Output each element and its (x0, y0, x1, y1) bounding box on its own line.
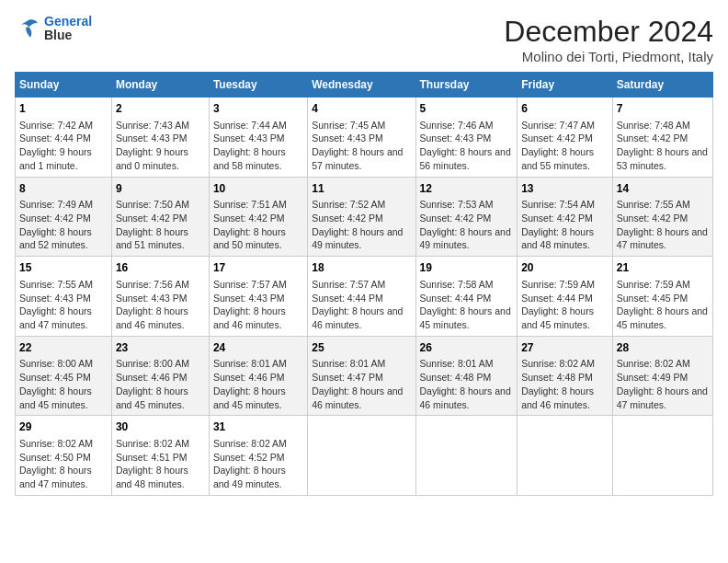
day-number: 25 (312, 340, 411, 356)
day-number: 2 (116, 101, 205, 117)
sunrise-text: Sunrise: 7:42 AM (19, 120, 93, 131)
sunset-text: Sunset: 4:46 PM (116, 372, 188, 383)
table-cell: 12Sunrise: 7:53 AMSunset: 4:42 PMDayligh… (415, 177, 518, 257)
sunset-text: Sunset: 4:48 PM (521, 372, 593, 383)
sunset-text: Sunset: 4:49 PM (617, 372, 688, 383)
week-row-3: 15Sunrise: 7:55 AMSunset: 4:43 PMDayligh… (16, 257, 713, 337)
sunrise-text: Sunrise: 7:53 AM (420, 199, 494, 210)
sunrise-text: Sunrise: 7:49 AM (19, 199, 93, 210)
sunrise-text: Sunrise: 7:43 AM (116, 120, 189, 131)
sunset-text: Sunset: 4:43 PM (213, 132, 285, 144)
title-block: December 2024 Molino dei Torti, Piedmont… (504, 15, 713, 64)
table-cell: 30Sunrise: 8:02 AMSunset: 4:51 PMDayligh… (111, 416, 209, 496)
sunrise-text: Sunrise: 8:00 AM (19, 358, 93, 369)
daylight-text: Daylight: 8 hours and 45 minutes. (116, 385, 188, 410)
sunrise-text: Sunrise: 7:51 AM (213, 199, 287, 210)
table-cell: 29Sunrise: 8:02 AMSunset: 4:50 PMDayligh… (16, 416, 112, 496)
day-number: 9 (116, 181, 205, 197)
day-number: 6 (521, 101, 609, 117)
sunset-text: Sunset: 4:43 PM (420, 132, 492, 144)
sunrise-text: Sunrise: 8:02 AM (521, 358, 595, 369)
sunset-text: Sunset: 4:42 PM (420, 213, 492, 224)
sunrise-text: Sunrise: 7:55 AM (617, 199, 690, 210)
daylight-text: Daylight: 8 hours and 49 minutes. (420, 226, 511, 251)
sunrise-text: Sunrise: 7:57 AM (312, 279, 385, 290)
table-cell: 24Sunrise: 8:01 AMSunset: 4:46 PMDayligh… (209, 336, 307, 416)
sunrise-text: Sunrise: 7:54 AM (521, 199, 595, 210)
day-number: 4 (312, 101, 411, 117)
day-number: 14 (617, 181, 709, 197)
day-number: 16 (116, 260, 205, 276)
table-cell: 6Sunrise: 7:47 AMSunset: 4:42 PMDaylight… (518, 98, 613, 178)
table-cell: 18Sunrise: 7:57 AMSunset: 4:44 PMDayligh… (308, 257, 415, 337)
table-cell: 22Sunrise: 8:00 AMSunset: 4:45 PMDayligh… (16, 336, 112, 416)
table-cell: 1Sunrise: 7:42 AMSunset: 4:44 PMDaylight… (16, 98, 112, 178)
table-cell: 28Sunrise: 8:02 AMSunset: 4:49 PMDayligh… (612, 336, 712, 416)
week-row-2: 8Sunrise: 7:49 AMSunset: 4:42 PMDaylight… (16, 177, 713, 257)
table-cell: 17Sunrise: 7:57 AMSunset: 4:43 PMDayligh… (209, 257, 307, 337)
day-number: 27 (521, 340, 609, 356)
day-number: 5 (420, 101, 514, 117)
table-cell: 14Sunrise: 7:55 AMSunset: 4:42 PMDayligh… (612, 177, 712, 257)
header-monday: Monday (111, 73, 209, 98)
daylight-text: Daylight: 8 hours and 47 minutes. (19, 305, 92, 330)
day-number: 12 (420, 181, 514, 197)
daylight-text: Daylight: 8 hours and 47 minutes. (617, 385, 708, 410)
sunset-text: Sunset: 4:42 PM (213, 213, 285, 224)
sunrise-text: Sunrise: 7:46 AM (420, 120, 494, 131)
sunset-text: Sunset: 4:44 PM (420, 293, 492, 304)
table-cell: 13Sunrise: 7:54 AMSunset: 4:42 PMDayligh… (518, 177, 613, 257)
daylight-text: Daylight: 8 hours and 48 minutes. (116, 465, 188, 489)
day-number: 13 (521, 181, 609, 197)
sunset-text: Sunset: 4:43 PM (116, 132, 188, 144)
calendar-header-row: Sunday Monday Tuesday Wednesday Thursday… (16, 73, 713, 98)
sunset-text: Sunset: 4:43 PM (116, 293, 188, 304)
daylight-text: Daylight: 8 hours and 48 minutes. (521, 226, 594, 251)
day-number: 24 (213, 340, 303, 356)
daylight-text: Daylight: 8 hours and 46 minutes. (116, 305, 188, 330)
daylight-text: Daylight: 8 hours and 45 minutes. (617, 305, 708, 330)
header-thursday: Thursday (415, 73, 518, 98)
sunset-text: Sunset: 4:42 PM (521, 213, 593, 224)
table-cell (415, 416, 518, 496)
sunset-text: Sunset: 4:42 PM (19, 213, 91, 224)
header-saturday: Saturday (612, 73, 712, 98)
daylight-text: Daylight: 8 hours and 52 minutes. (19, 226, 92, 251)
sunset-text: Sunset: 4:44 PM (19, 132, 91, 144)
sunset-text: Sunset: 4:43 PM (19, 293, 91, 304)
sunrise-text: Sunrise: 8:01 AM (312, 358, 385, 369)
table-cell: 10Sunrise: 7:51 AMSunset: 4:42 PMDayligh… (209, 177, 307, 257)
table-cell (612, 416, 712, 496)
daylight-text: Daylight: 8 hours and 50 minutes. (213, 226, 286, 251)
table-cell: 3Sunrise: 7:44 AMSunset: 4:43 PMDaylight… (209, 98, 307, 178)
sunset-text: Sunset: 4:44 PM (521, 293, 593, 304)
daylight-text: Daylight: 8 hours and 46 minutes. (213, 305, 286, 330)
sunset-text: Sunset: 4:45 PM (19, 372, 91, 383)
table-cell: 23Sunrise: 8:00 AMSunset: 4:46 PMDayligh… (111, 336, 209, 416)
table-cell: 27Sunrise: 8:02 AMSunset: 4:48 PMDayligh… (518, 336, 613, 416)
sunset-text: Sunset: 4:47 PM (312, 372, 383, 383)
table-cell: 2Sunrise: 7:43 AMSunset: 4:43 PMDaylight… (111, 98, 209, 178)
day-number: 15 (19, 260, 108, 276)
table-cell: 25Sunrise: 8:01 AMSunset: 4:47 PMDayligh… (308, 336, 415, 416)
daylight-text: Daylight: 8 hours and 45 minutes. (521, 305, 594, 330)
daylight-text: Daylight: 8 hours and 46 minutes. (312, 385, 403, 410)
header-sunday: Sunday (16, 73, 112, 98)
header-wednesday: Wednesday (308, 73, 415, 98)
logo: General Blue (15, 15, 92, 43)
daylight-text: Daylight: 8 hours and 49 minutes. (213, 465, 286, 489)
sunrise-text: Sunrise: 8:02 AM (617, 358, 690, 369)
sunrise-text: Sunrise: 7:47 AM (521, 120, 595, 131)
logo-icon (15, 16, 40, 41)
day-number: 29 (19, 419, 108, 435)
table-cell: 16Sunrise: 7:56 AMSunset: 4:43 PMDayligh… (111, 257, 209, 337)
table-cell: 5Sunrise: 7:46 AMSunset: 4:43 PMDaylight… (415, 98, 518, 178)
sunset-text: Sunset: 4:42 PM (617, 132, 688, 144)
sunset-text: Sunset: 4:51 PM (116, 452, 188, 463)
day-number: 23 (116, 340, 205, 356)
day-number: 30 (116, 419, 205, 435)
daylight-text: Daylight: 8 hours and 49 minutes. (312, 226, 403, 251)
daylight-text: Daylight: 8 hours and 46 minutes. (420, 385, 511, 410)
day-number: 10 (213, 181, 303, 197)
daylight-text: Daylight: 8 hours and 51 minutes. (116, 226, 188, 251)
